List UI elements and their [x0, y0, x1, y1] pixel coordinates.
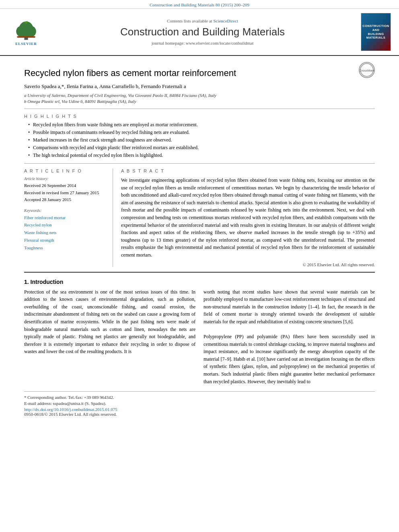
introduction-title: 1. Introduction [24, 279, 375, 285]
elsevier-logo: 🌿 ELSEVIER [6, 13, 46, 51]
highlight-item: Possible impacts of contaminants release… [28, 129, 375, 136]
highlight-item: Comparisons with recycled and virgin pla… [28, 145, 375, 151]
info-abstract-section: A R T I C L E I N F O Article history: R… [24, 168, 375, 267]
crossmark-icon: CrossMark [360, 63, 374, 77]
highlight-item: Marked increases in the first crack stre… [28, 137, 375, 143]
abstract-col: A B S T R A C T We investigate engineeri… [121, 168, 375, 267]
svg-text:CrossMark: CrossMark [360, 69, 374, 72]
article-history-group: Article history: Received 26 September 2… [24, 177, 105, 203]
sciencedirect-line: Contents lists available at ScienceDirec… [167, 18, 238, 23]
intro-col2-text: worth noting that recent studies have sh… [204, 288, 375, 386]
intro-col1: Protection of the sea environment is one… [24, 288, 195, 386]
svg-text:🌿: 🌿 [25, 21, 28, 24]
journal-header: 🌿 ELSEVIER Contents lists available at S… [0, 9, 399, 56]
keywords-group: Keywords: Fiber reinforced mortar Recycl… [24, 208, 105, 251]
journal-title: Construction and Building Materials [120, 26, 285, 38]
highlights-section: H I G H L I G H T S Recycled nylon fiber… [24, 114, 375, 158]
email-note: E-mail address: sspadea@unisa.it (S. Spa… [24, 401, 375, 406]
corresponding-note: * Corresponding author. Tel./fax: +39 08… [24, 395, 375, 400]
highlight-item: The high technical potential of recycled… [28, 152, 375, 158]
svg-point-2 [16, 26, 25, 37]
top-citation-bar: Construction and Building Materials 80 (… [0, 0, 399, 9]
journal-header-center: Contents lists available at ScienceDirec… [46, 13, 359, 51]
affiliation-b: b Omega Plastic srl, Via Udine 6, 84091 … [24, 99, 375, 104]
history-label: Article history: [24, 177, 105, 181]
divider-after-abstract [24, 272, 375, 273]
keyword: Recycled nylon [24, 221, 105, 229]
keyword: Toughness [24, 244, 105, 252]
revised-date: Received in revised form 27 January 2015 [24, 189, 105, 197]
article-info-label: A R T I C L E I N F O [24, 168, 105, 173]
sciencedirect-link[interactable]: ScienceDirect [213, 18, 238, 23]
keywords-list: Fiber reinforced mortar Recycled nylon W… [24, 214, 105, 251]
affiliation-a: a University of Salerno, Department of C… [24, 93, 375, 98]
intro-col2: worth noting that recent studies have sh… [204, 288, 375, 386]
article-info-col: A R T I C L E I N F O Article history: R… [24, 168, 105, 267]
copyright-line: © 2015 Elsevier Ltd. All rights reserved… [121, 262, 375, 267]
article-title: Recycled nylon fibers as cement mortar r… [24, 68, 236, 78]
journal-homepage: journal homepage: www.elsevier.com/locat… [152, 41, 253, 45]
svg-point-3 [27, 26, 36, 37]
crossmark-badge[interactable]: CrossMark [359, 62, 375, 78]
authors-line: Saverio Spadea a,*, Ilenia Farina a, Ann… [24, 83, 375, 90]
keyword: Waste fishing nets [24, 229, 105, 236]
highlights-list: Recycled nylon fibers from waste fishing… [28, 122, 375, 158]
divider-after-highlights [24, 163, 375, 164]
highlights-label: H I G H L I G H T S [24, 114, 375, 119]
accepted-date: Accepted 28 January 2015 [24, 196, 105, 203]
journal-logo-box: Construction and Building MATERIALS [361, 13, 391, 51]
abstract-text: We investigate engineering applications … [121, 177, 375, 259]
elsevier-tree-icon: 🌿 [12, 18, 40, 41]
intro-col1-text: Protection of the sea environment is one… [24, 288, 195, 355]
issn-line: 0950-0618/© 2015 Elsevier Ltd. All right… [24, 412, 375, 417]
keyword: Flexural strength [24, 236, 105, 244]
introduction-two-col: Protection of the sea environment is one… [24, 288, 375, 386]
journal-logo-right: Construction and Building MATERIALS [359, 13, 393, 51]
introduction-section: 1. Introduction Protection of the sea en… [24, 279, 375, 386]
highlight-item: Recycled nylon fibers from waste fishing… [28, 122, 375, 128]
info-abstract-divider [113, 168, 113, 267]
svg-rect-4 [17, 36, 35, 38]
elsevier-label: ELSEVIER [15, 42, 37, 46]
article-container: Recycled nylon fibers as cement mortar r… [0, 56, 399, 426]
doi-line[interactable]: http://dx.doi.org/10.1016/j.conbuildmat.… [24, 407, 375, 412]
abstract-label: A B S T R A C T [121, 168, 375, 173]
received-date: Received 26 September 2014 [24, 182, 105, 189]
divider-after-affiliations [24, 109, 375, 109]
keyword: Fiber reinforced mortar [24, 214, 105, 222]
citation-text: Construction and Building Materials 80 (… [150, 2, 249, 7]
keywords-label: Keywords: [24, 208, 105, 213]
footnote-area: * Corresponding author. Tel./fax: +39 08… [24, 391, 375, 417]
